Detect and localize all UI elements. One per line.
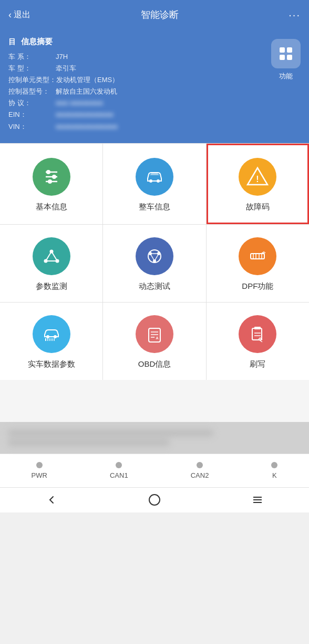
status-bar: PWRCAN1CAN2K <box>0 454 309 487</box>
info-field-label: 车 型： <box>8 63 56 74</box>
svg-line-26 <box>150 254 154 261</box>
info-field-label: VIN： <box>8 121 56 133</box>
status-name-label: PWR <box>32 471 47 479</box>
func-label: 功能 <box>279 72 293 81</box>
status-dot-can2 <box>197 462 203 468</box>
empty-area <box>0 380 309 422</box>
nav-home-button[interactable] <box>145 490 164 509</box>
status-name-label: K <box>272 471 277 479</box>
info-row: 控制单元类型：发动机管理（EMS） <box>8 74 271 86</box>
info-title-icon: 目 <box>8 37 16 47</box>
status-item-can1: CAN1 <box>110 462 128 479</box>
info-row: 车 型：牵引车 <box>8 63 271 74</box>
fault-icon: ! <box>239 158 276 196</box>
grid-item-label: 整车信息 <box>139 202 170 212</box>
dynamic-icon <box>136 237 173 275</box>
svg-rect-2 <box>280 55 285 60</box>
svg-point-33 <box>54 335 57 338</box>
svg-point-32 <box>46 335 49 338</box>
info-field-value: 牵引车 <box>56 63 76 74</box>
nav-back-button[interactable] <box>42 490 61 509</box>
svg-line-17 <box>46 251 52 261</box>
svg-rect-46 <box>254 327 261 329</box>
obd-icon: A <box>136 315 173 353</box>
blurred-content <box>8 430 301 446</box>
info-field-label: EIN： <box>8 109 56 120</box>
info-field-label: 协 议： <box>8 97 56 109</box>
svg-line-18 <box>52 251 57 261</box>
status-item-can2: CAN2 <box>191 462 209 479</box>
grid-item-label: 参数监测 <box>36 281 67 291</box>
bottom-blurred-area <box>0 422 309 454</box>
nav-home-icon <box>148 494 161 506</box>
grid-item-dpf[interactable]: DPF功能 <box>207 225 309 302</box>
grid-item-obd-info[interactable]: AOBD信息 <box>103 303 205 380</box>
svg-point-11 <box>157 179 160 183</box>
info-panel: 目 信息摘要 车 系：J7H车 型：牵引车控制单元类型：发动机管理（EMS）控制… <box>0 29 309 143</box>
grid-item-fault-code[interactable]: !故障码 <box>207 144 309 224</box>
info-field-label: 车 系： <box>8 51 56 63</box>
sliders-icon <box>33 158 70 196</box>
back-chevron-icon: ‹ <box>8 9 12 21</box>
svg-rect-27 <box>251 254 264 259</box>
back-button[interactable]: ‹ 退出 <box>8 9 30 21</box>
info-field-label: 控制器型号： <box>8 86 56 97</box>
info-row: 车 系：J7H <box>8 51 271 63</box>
info-row: EIN：●●●●●●●●●●●●●● <box>8 109 271 120</box>
info-rows: 车 系：J7H车 型：牵引车控制单元类型：发动机管理（EMS）控制器型号：解放自… <box>8 51 271 133</box>
info-field-value: ●●●●●●●●●●●●●● <box>56 109 114 120</box>
info-row: VIN：●●●●●●●●●●●●●●● <box>8 121 271 133</box>
svg-text:!: ! <box>256 175 259 184</box>
status-dot-pwr <box>36 462 43 468</box>
grid-item-label: 故障码 <box>246 202 270 212</box>
status-name-label: CAN1 <box>110 471 128 479</box>
nav-menu-button[interactable] <box>248 490 267 509</box>
status-item-pwr: PWR <box>32 462 47 479</box>
grid-item-label: 动态测试 <box>139 281 170 291</box>
grid-menu: 基本信息整车信息!故障码参数监测动态测试DPF功能实车数据参数AOBD信息刷写 <box>0 143 309 380</box>
back-label: 退出 <box>14 9 30 21</box>
grid-item-label: DPF功能 <box>242 281 273 291</box>
info-title: 目 信息摘要 <box>8 37 271 47</box>
svg-rect-0 <box>280 47 285 53</box>
svg-point-10 <box>149 179 152 183</box>
info-field-value: ●●●●●●●●●●●●●●● <box>56 121 118 133</box>
info-field-value: J7H <box>56 51 68 63</box>
nav-menu-icon <box>251 494 264 506</box>
info-field-value: 解放自主国六发动机 <box>56 86 117 97</box>
network-icon <box>33 237 70 275</box>
info-row: 协 议：●●● ●●●●●●●● <box>8 97 271 109</box>
info-content: 目 信息摘要 车 系：J7H车 型：牵引车控制单元类型：发动机管理（EMS）控制… <box>8 37 271 133</box>
svg-text:A: A <box>156 336 158 340</box>
func-button[interactable]: 功能 <box>271 39 301 81</box>
grid-item-dynamic-test[interactable]: 动态测试 <box>103 225 205 302</box>
car-icon <box>136 158 173 196</box>
header: ‹ 退出 智能诊断 ··· <box>0 0 309 29</box>
grid-item-realcar-data[interactable]: 实车数据参数 <box>0 303 102 380</box>
svg-point-49 <box>149 495 160 505</box>
status-dot-k <box>271 462 277 468</box>
grid-item-label: OBD信息 <box>138 359 171 369</box>
grid-item-flash-write[interactable]: 刷写 <box>207 303 309 380</box>
grid-item-basic-info[interactable]: 基本信息 <box>0 144 102 224</box>
realcar-icon <box>33 315 70 353</box>
page-title: 智能诊断 <box>141 8 179 21</box>
status-dot-can1 <box>116 462 122 468</box>
nav-back-icon <box>45 494 58 506</box>
nav-bar <box>0 487 309 512</box>
more-button[interactable]: ··· <box>289 9 301 21</box>
grid-item-vehicle-info[interactable]: 整车信息 <box>103 144 205 224</box>
flash-icon <box>239 315 276 353</box>
svg-rect-3 <box>287 55 292 60</box>
grid-item-label: 实车数据参数 <box>28 359 75 369</box>
info-field-value: ●●● ●●●●●●●● <box>56 97 103 109</box>
grid-item-label: 基本信息 <box>36 202 67 212</box>
svg-rect-1 <box>287 47 292 53</box>
grid-item-param-monitor[interactable]: 参数监测 <box>0 225 102 302</box>
func-icon-box <box>271 39 301 68</box>
status-item-k: K <box>271 462 277 479</box>
grid-icon <box>277 45 294 62</box>
info-field-label: 控制单元类型： <box>8 74 56 86</box>
status-name-label: CAN2 <box>191 471 209 479</box>
svg-point-9 <box>48 179 52 184</box>
